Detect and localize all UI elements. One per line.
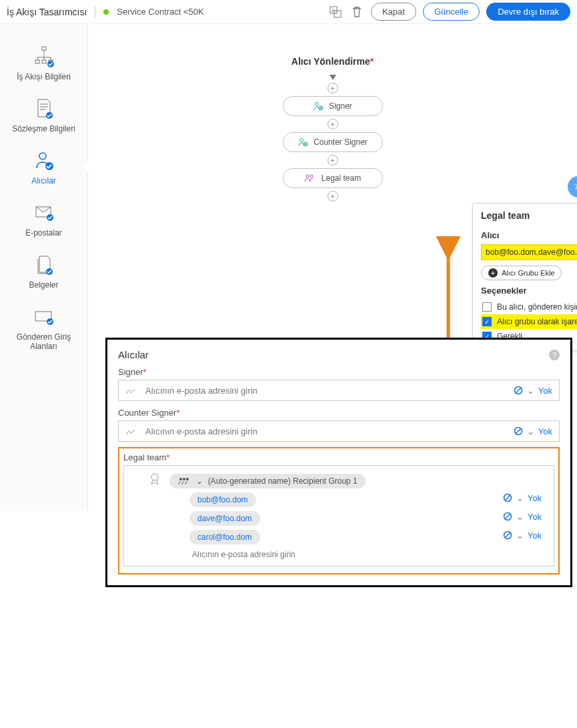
svg-line-24 — [516, 388, 521, 393]
svg-point-30 — [186, 478, 189, 480]
header-actions: A Kapat Güncelle Devre dışı bırak — [328, 3, 570, 21]
group-member-row: carol@foo.dom ⌄ Yok — [129, 526, 548, 544]
label-text: Signer — [118, 367, 143, 377]
pen-icon[interactable] — [119, 385, 143, 396]
none-icon — [503, 493, 512, 502]
add-recipient-group-button[interactable]: + Alıcı Grubu Ekle — [481, 266, 562, 280]
label-text: Legal team — [123, 452, 166, 462]
option-sender-is-recipient[interactable]: Bu alıcı, gönderen kişidir — [481, 300, 577, 314]
auth-selector[interactable]: ⌄ Yok — [496, 512, 548, 522]
member-email-pill[interactable]: bob@foo.dom — [189, 492, 256, 507]
recipient-emails-input[interactable]: bob@foo.dom,dave@foo.dom,carol@foo.dom — [481, 244, 577, 260]
none-icon — [503, 512, 512, 521]
auth-selector[interactable]: ⌄ Yok — [496, 493, 548, 503]
add-step-button[interactable]: + — [328, 119, 338, 129]
sidebar-label: Belgeler — [29, 280, 58, 290]
plus-circle-icon: + — [488, 268, 498, 278]
group-member-row: bob@foo.dom ⌄ Yok — [129, 488, 548, 507]
svg-rect-3 — [42, 47, 46, 50]
recipient-popover: Legal team Alıcı bob@foo.dom,dave@foo.do… — [472, 203, 577, 351]
add-step-button[interactable]: + — [328, 191, 338, 202]
recipient-group-pill[interactable]: ⌄ (Auto-generated name) Recipient Group … — [169, 474, 366, 488]
sidebar-item-recipients[interactable]: Alıcılar — [0, 140, 87, 192]
signer-field-label: Signer* — [118, 367, 560, 377]
checkbox-icon[interactable] — [482, 302, 492, 312]
delete-icon[interactable] — [350, 5, 364, 19]
member-email-pill[interactable]: carol@foo.dom — [189, 530, 260, 544]
chevron-down-icon: ⌄ — [527, 426, 534, 436]
required-asterisk: * — [370, 56, 374, 67]
pen-icon[interactable] — [119, 426, 143, 436]
sidebar-label: E-postalar — [25, 228, 62, 238]
sidebar-label: Alıcılar — [31, 176, 56, 186]
sidebar-item-workflow-info[interactable]: İş Akışı Bilgileri — [0, 36, 87, 88]
add-member-hint[interactable]: Alıcının e-posta adresini girin — [192, 550, 548, 559]
sidebar-item-emails[interactable]: E-postalar — [0, 192, 87, 244]
edge-badge: 76 — [568, 176, 577, 198]
option-label: Alıcı grubu olarak işaretle — [497, 317, 577, 326]
sidebar-label: Gönderen Giriş Alanları — [3, 332, 85, 351]
svg-rect-1 — [334, 11, 341, 17]
routing-title-text: Alıcı Yönlendirme — [292, 56, 370, 67]
chevron-down-icon: ⌄ — [516, 530, 524, 540]
sidebar: İş Akışı Bilgileri Sözleşme Bilgileri Al… — [0, 24, 88, 511]
translate-icon[interactable]: A — [328, 5, 343, 19]
svg-point-21 — [310, 175, 313, 177]
counter-signer-email-input[interactable] — [143, 426, 507, 436]
group-name-label: (Auto-generated name) Recipient Group 1 — [208, 476, 358, 486]
legal-team-highlight-box: Legal team* ⌄ (Auto-generated name) Reci… — [118, 447, 560, 575]
option-mark-as-group[interactable]: ✓ Alıcı grubu olarak işaretle — [481, 314, 577, 329]
help-icon[interactable]: ? — [549, 350, 560, 360]
svg-point-16 — [316, 103, 319, 106]
svg-point-29 — [183, 478, 185, 480]
node-signer[interactable]: Signer — [283, 96, 383, 116]
signer-email-input[interactable] — [143, 386, 507, 396]
none-icon — [514, 386, 523, 395]
documents-icon — [33, 254, 55, 276]
popover-header: Legal team — [473, 204, 577, 226]
auth-selector[interactable]: ⌄ Yok — [496, 530, 548, 540]
svg-rect-4 — [35, 60, 39, 63]
member-email-pill[interactable]: dave@foo.dom — [189, 511, 260, 526]
chevron-down-icon: ⌄ — [516, 512, 524, 522]
person-icon — [313, 101, 324, 111]
node-legal-team[interactable]: Legal team — [283, 168, 383, 188]
status-dot-icon — [103, 9, 109, 15]
chevron-down-icon: ⌄ — [527, 386, 534, 396]
auth-label: Yok — [528, 530, 542, 540]
group-member-row: dave@foo.dom ⌄ Yok — [129, 507, 548, 526]
sidebar-item-sender-inputs[interactable]: Gönderen Giriş Alanları — [0, 296, 87, 358]
signer-input-row: ⌄ Yok — [118, 380, 560, 401]
sender-view-panel: Alıcılar ? Signer* ⌄ Yok Counter Signer*… — [105, 338, 572, 587]
add-step-button[interactable]: + — [328, 155, 338, 165]
auth-label: Yok — [538, 426, 552, 436]
person-icon — [298, 137, 308, 147]
label-text: Counter Signer — [118, 408, 176, 418]
header-left: İş Akışı Tasarımcısı Service Contract <5… — [7, 6, 328, 18]
svg-point-9 — [39, 153, 46, 159]
chevron-down-icon: ⌄ — [516, 493, 524, 503]
svg-line-34 — [505, 514, 510, 519]
workflow-name: Service Contract <50K — [117, 7, 203, 17]
auth-selector[interactable]: ⌄ Yok — [507, 386, 559, 396]
sidebar-label: Sözleşme Bilgileri — [12, 124, 75, 133]
update-button[interactable]: Güncelle — [423, 3, 480, 21]
auth-label: Yok — [528, 512, 542, 522]
vertical-divider — [95, 6, 95, 18]
add-step-button[interactable]: + — [328, 83, 338, 93]
disable-button[interactable]: Devre dışı bırak — [486, 3, 570, 21]
auth-label: Yok — [538, 386, 552, 396]
svg-point-20 — [306, 175, 309, 177]
checkbox-checked-icon[interactable]: ✓ — [482, 317, 492, 326]
sidebar-item-agreement-info[interactable]: Sözleşme Bilgileri — [0, 88, 87, 140]
sidebar-item-documents[interactable]: Belgeler — [0, 244, 87, 296]
options-section-label: Seçenekler — [481, 286, 577, 296]
agreement-info-icon — [33, 97, 55, 120]
sender-panel-title-row: Alıcılar ? — [118, 349, 560, 360]
node-counter-signer[interactable]: Counter Signer — [283, 132, 383, 152]
auth-selector[interactable]: ⌄ Yok — [507, 426, 559, 436]
svg-point-27 — [151, 474, 158, 480]
counter-signer-input-row: ⌄ Yok — [118, 420, 560, 442]
close-button[interactable]: Kapat — [371, 3, 416, 21]
sender-inputs-icon — [33, 306, 55, 328]
